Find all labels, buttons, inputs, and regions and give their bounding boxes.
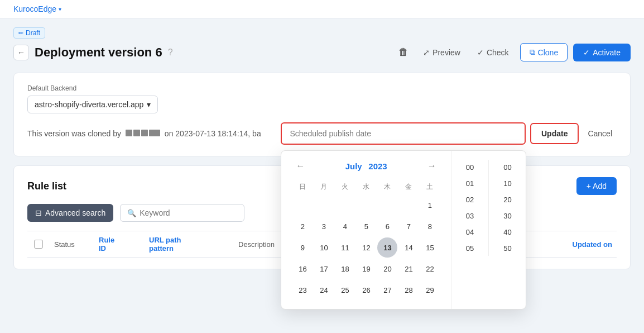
back-button[interactable]: ←: [13, 45, 29, 60]
hour-item[interactable]: 03: [458, 208, 482, 223]
calendar-day[interactable]: 29: [420, 280, 440, 300]
scheduled-date-container: ← July 2023 → 日月火水木金土123456789101: [281, 122, 525, 145]
advanced-search-button[interactable]: ⊟ Advanced search: [27, 204, 113, 222]
th-updated-on[interactable]: Updated on: [544, 240, 617, 249]
page: KurocoEdge ▾ ✏ Draft ← Deployment versio…: [0, 0, 644, 333]
calendar-day[interactable]: 19: [356, 259, 376, 279]
calendar-day[interactable]: 1: [420, 195, 440, 215]
delete-icon: 🗑: [398, 46, 408, 58]
page-title: Deployment version 6: [35, 45, 162, 60]
calendar-day[interactable]: 27: [377, 280, 397, 300]
calendar-day-header: 月: [314, 180, 334, 194]
th-rule-id[interactable]: RuleID: [94, 236, 145, 253]
calendar-day[interactable]: 5: [356, 216, 376, 236]
cancel-button[interactable]: Cancel: [583, 125, 617, 142]
calendar-day[interactable]: 4: [335, 216, 355, 236]
clone-label: Clone: [538, 48, 559, 57]
backend-dropdown[interactable]: astro-shopify-diverta.vercel.app ▾: [27, 96, 158, 113]
check-icon: ✓: [477, 48, 484, 57]
draft-edit-icon: ✏: [18, 30, 23, 37]
activate-button[interactable]: ✓ Activate: [573, 44, 631, 61]
hour-item[interactable]: 02: [458, 192, 482, 207]
calendar-day[interactable]: 28: [398, 280, 419, 300]
calendar-day[interactable]: 24: [314, 280, 334, 300]
calendar-section: ← July 2023 → 日月火水木金土123456789101: [281, 151, 450, 309]
page-header-left: ← Deployment version 6 ?: [13, 45, 173, 60]
backend-chevron-icon: ▾: [147, 100, 151, 109]
calendar-day[interactable]: 12: [356, 237, 376, 258]
top-nav: KurocoEdge ▾: [0, 0, 644, 18]
calendar-day[interactable]: 2: [292, 216, 313, 236]
clone-text-before: This version was cloned by: [27, 129, 121, 138]
update-button[interactable]: Update: [530, 123, 579, 144]
hour-item[interactable]: 05: [458, 241, 482, 256]
page-header: ← Deployment version 6 ? 🗑 ⤢ Preview ✓ C…: [13, 43, 631, 61]
minute-item[interactable]: 10: [496, 176, 519, 191]
calendar-day[interactable]: 10: [314, 237, 334, 258]
select-all-checkbox[interactable]: [34, 240, 43, 249]
calendar-day[interactable]: 25: [335, 280, 355, 300]
calendar-day[interactable]: 7: [398, 216, 419, 236]
backend-field: Default Backend astro-shopify-diverta.ve…: [27, 84, 617, 113]
preview-label: Preview: [432, 48, 460, 57]
calendar-day[interactable]: 6: [377, 216, 397, 236]
calendar-month: July 2023: [345, 161, 387, 171]
add-label: + Add: [587, 182, 607, 191]
time-section: 000102030405 001020304050: [451, 151, 526, 309]
main-content: ✏ Draft ← Deployment version 6 ? 🗑 ⤢ Pre…: [0, 18, 644, 278]
calendar-day[interactable]: 9: [292, 237, 313, 258]
hour-item[interactable]: 01: [458, 176, 482, 191]
minute-item[interactable]: 20: [496, 192, 519, 207]
avatar: [126, 130, 160, 136]
calendar-day[interactable]: 26: [356, 280, 376, 300]
calendar-day[interactable]: 18: [335, 259, 355, 279]
calendar-day[interactable]: 15: [420, 237, 440, 258]
minute-item[interactable]: 50: [496, 241, 519, 256]
calendar-day[interactable]: 20: [377, 259, 397, 279]
hours-column: 000102030405: [458, 160, 482, 256]
brand-chevron-icon: ▾: [59, 6, 61, 12]
calendar-day-header: 水: [356, 180, 376, 194]
calendar-day[interactable]: 11: [335, 237, 355, 258]
add-rule-button[interactable]: + Add: [576, 177, 617, 195]
calendar-day-header: 木: [377, 180, 397, 194]
check-button[interactable]: ✓ Check: [472, 45, 515, 60]
calendar-day[interactable]: 16: [292, 259, 313, 279]
minute-item[interactable]: 00: [496, 160, 519, 175]
delete-button[interactable]: 🗑: [395, 43, 412, 61]
filter-icon: ⊟: [35, 208, 42, 217]
calendar-prev-button[interactable]: ←: [292, 160, 308, 172]
calendar-day[interactable]: 13: [377, 237, 397, 258]
header-actions: 🗑 ⤢ Preview ✓ Check ⧉ Clone ✓ Activate: [395, 43, 631, 61]
calendar-day[interactable]: 23: [292, 280, 313, 300]
th-status: Status: [50, 240, 94, 249]
calendar-day[interactable]: 3: [314, 216, 334, 236]
calendar-day[interactable]: 22: [420, 259, 440, 279]
hour-item[interactable]: 04: [458, 225, 482, 240]
scheduled-date-input[interactable]: [281, 122, 525, 145]
calendar-day[interactable]: 14: [398, 237, 419, 258]
hour-item[interactable]: 00: [458, 160, 482, 175]
preview-button[interactable]: ⤢ Preview: [417, 45, 466, 60]
calendar-day-header: 火: [335, 180, 355, 194]
keyword-search-wrap: 🔍: [120, 204, 244, 222]
avatar-block-3: [141, 130, 148, 136]
clone-button[interactable]: ⧉ Clone: [520, 43, 568, 61]
help-icon[interactable]: ?: [168, 47, 173, 58]
calendar-day[interactable]: 21: [398, 259, 419, 279]
schedule-row: This version was cloned by on 2023-07-13…: [27, 122, 617, 145]
search-icon: 🔍: [127, 209, 136, 217]
brand-link[interactable]: KurocoEdge ▾: [13, 4, 61, 13]
keyword-input[interactable]: [140, 208, 237, 217]
calendar-day[interactable]: 8: [420, 216, 440, 236]
calendar-next-button[interactable]: →: [424, 160, 440, 172]
time-divider: [488, 160, 489, 256]
backend-label: Default Backend: [27, 84, 617, 92]
calendar-day: [292, 195, 313, 215]
advanced-search-label: Advanced search: [45, 208, 105, 217]
calendar-year-label: 2023: [368, 161, 387, 171]
minute-item[interactable]: 40: [496, 225, 519, 240]
calendar-day[interactable]: 17: [314, 259, 334, 279]
th-url-path[interactable]: URL pathpattern: [145, 236, 234, 253]
minute-item[interactable]: 30: [496, 208, 519, 223]
